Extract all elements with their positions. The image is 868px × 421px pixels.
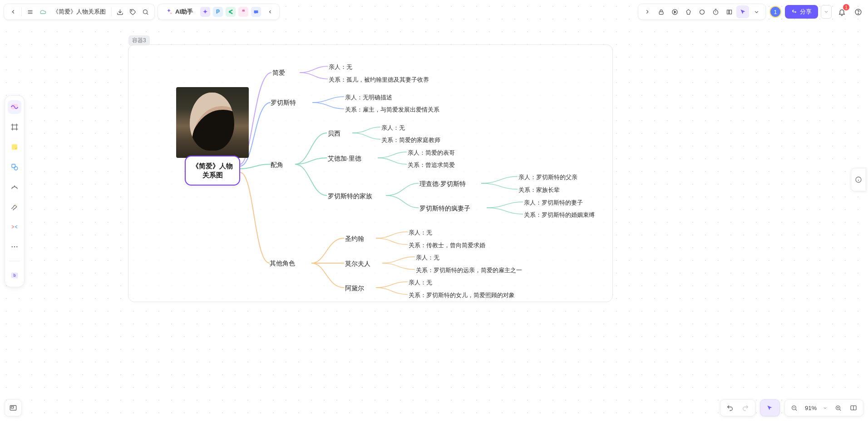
tool-circle-icon[interactable] — [695, 5, 708, 18]
ai-collapse-button[interactable] — [264, 5, 276, 18]
share-button[interactable]: 分享 — [785, 5, 818, 19]
ai-tool-quote[interactable]: ❝ — [238, 7, 248, 17]
node-madwife[interactable]: 罗切斯特的疯妻子 — [419, 205, 470, 213]
zoom-out-button[interactable] — [789, 402, 800, 414]
share-dropdown[interactable] — [821, 5, 832, 19]
leaf[interactable]: 亲人：无 — [416, 254, 439, 262]
leaf[interactable]: 亲人：无明确描述 — [345, 93, 392, 102]
bottom-toolbar: 91% — [720, 399, 863, 416]
svg-line-43 — [839, 409, 841, 411]
cursor-mode-button[interactable] — [764, 402, 776, 414]
node-edgar[interactable]: 艾德加·里德 — [328, 155, 361, 163]
leaf[interactable]: 关系：罗切斯特的远亲，简爱的雇主之一 — [416, 266, 522, 274]
zoom-dropdown[interactable] — [821, 402, 829, 414]
tool-curve-icon[interactable] — [8, 180, 21, 194]
leaf[interactable]: 亲人：简爱的表哥 — [408, 149, 455, 157]
tool-shape-icon[interactable] — [8, 160, 21, 174]
top-toolbar: 《简爱》人物关系图 AI助手 ✦ P ❝ 1 — [4, 4, 864, 20]
notifications-button[interactable]: 1 — [835, 5, 848, 18]
cloud-sync-icon[interactable] — [36, 5, 49, 18]
avatar[interactable]: 1 — [769, 6, 781, 18]
doc-title[interactable]: 《简爱》人物关系图 — [49, 8, 109, 16]
ai-tool-share[interactable] — [226, 7, 236, 17]
ai-tool-p[interactable]: P — [213, 7, 223, 17]
node-richard[interactable]: 理查德·罗切斯特 — [419, 180, 466, 188]
canvas[interactable]: 容器3 《简爱》人物 关系图 简爱 罗切斯特 配角 其他角色 亲人：无 关系：孤… — [0, 0, 868, 421]
tool-shapes-icon[interactable] — [682, 5, 695, 18]
minimap-icon — [9, 404, 17, 412]
back-button[interactable] — [7, 5, 20, 18]
node-jane[interactable]: 简爱 — [272, 69, 285, 77]
download-button[interactable] — [113, 5, 126, 18]
svg-point-5 — [143, 10, 147, 14]
tool-timer-icon[interactable] — [709, 5, 722, 18]
ai-tool-sparkle[interactable]: ✦ — [200, 7, 210, 17]
svg-rect-24 — [12, 144, 17, 150]
tool-connector-icon[interactable] — [8, 220, 21, 234]
leaf[interactable]: 关系：家族长辈 — [518, 186, 560, 194]
tool-template-icon[interactable] — [8, 100, 21, 114]
root-image[interactable] — [176, 87, 249, 158]
leaf[interactable]: 关系：传教士，曾向简爱求婚 — [409, 241, 485, 250]
ai-sparkle-icon — [165, 8, 173, 15]
ai-assistant-label: AI助手 — [175, 8, 193, 16]
ai-assistant-button[interactable]: AI助手 — [161, 5, 197, 18]
node-others[interactable]: 其他角色 — [270, 259, 295, 268]
undo-button[interactable] — [724, 402, 736, 414]
svg-point-28 — [14, 246, 15, 247]
svg-point-11 — [700, 10, 704, 14]
tag-button[interactable] — [126, 5, 139, 18]
tool-lock-icon[interactable] — [655, 5, 667, 18]
svg-line-6 — [147, 13, 148, 15]
fit-view-button[interactable] — [848, 402, 859, 414]
svg-marker-10 — [686, 9, 690, 14]
svg-point-18 — [858, 13, 858, 14]
leaf[interactable]: 关系：孤儿，被约翰里德及其妻子收养 — [329, 76, 429, 84]
tool-layers-icon[interactable] — [723, 5, 735, 18]
svg-rect-16 — [729, 10, 731, 14]
node-rochester[interactable]: 罗切斯特 — [271, 99, 296, 107]
tool-cursor-icon[interactable] — [736, 5, 749, 18]
menu-button[interactable] — [24, 5, 36, 18]
node-bessie[interactable]: 贝西 — [328, 130, 340, 138]
leaf[interactable]: 亲人：罗切斯特的妻子 — [524, 199, 583, 207]
right-panel-toggle[interactable] — [851, 168, 866, 191]
leaf[interactable]: 亲人：罗切斯特的父亲 — [518, 173, 577, 181]
leaf[interactable]: 亲人：无 — [409, 279, 432, 287]
left-toolbar: b — [5, 95, 25, 287]
help-button[interactable] — [852, 5, 864, 18]
svg-text:b: b — [13, 273, 15, 278]
ai-tool-chat[interactable] — [251, 7, 261, 17]
node-family[interactable]: 罗切斯特的家族 — [328, 192, 372, 201]
svg-marker-9 — [674, 11, 676, 13]
tool-play-icon[interactable] — [668, 5, 681, 18]
node-moore[interactable]: 莫尔夫人 — [345, 260, 370, 268]
node-supporting[interactable]: 配角 — [271, 161, 283, 169]
tool-frame-icon[interactable] — [8, 120, 21, 134]
leaf[interactable]: 亲人：无 — [381, 124, 405, 132]
share-icon — [791, 9, 797, 15]
root-node[interactable]: 《简爱》人物 关系图 — [185, 156, 240, 186]
svg-point-26 — [14, 166, 18, 170]
tool-more-icon[interactable] — [8, 240, 21, 254]
tool-more-chevron[interactable] — [750, 5, 763, 18]
leaf[interactable]: 关系：罗切斯特的女儿，简爱照顾的对象 — [409, 291, 515, 299]
zoom-in-button[interactable] — [832, 402, 844, 414]
node-stjohn[interactable]: 圣约翰 — [345, 235, 364, 243]
tool-pen-icon[interactable] — [8, 200, 21, 214]
leaf[interactable]: 关系：曾追求简爱 — [408, 161, 455, 169]
tool-expand-icon[interactable] — [641, 5, 654, 18]
tool-ai-card-icon[interactable]: b — [8, 269, 21, 282]
root-node-title: 《简爱》人物 关系图 — [192, 162, 233, 180]
leaf[interactable]: 关系：罗切斯特的婚姻束缚 — [524, 211, 595, 219]
leaf[interactable]: 关系：雇主，与简爱发展出爱情关系 — [345, 106, 439, 114]
search-button[interactable] — [139, 5, 152, 18]
tool-sticky-icon[interactable] — [8, 140, 21, 154]
zoom-level[interactable]: 91% — [804, 405, 818, 411]
leaf[interactable]: 亲人：无 — [409, 229, 432, 237]
leaf[interactable]: 关系：简爱的家庭教师 — [381, 136, 440, 144]
leaf[interactable]: 亲人：无 — [329, 63, 352, 71]
minimap-button[interactable] — [5, 399, 22, 416]
redo-button[interactable] — [740, 402, 751, 414]
node-adele[interactable]: 阿黛尔 — [345, 284, 364, 293]
